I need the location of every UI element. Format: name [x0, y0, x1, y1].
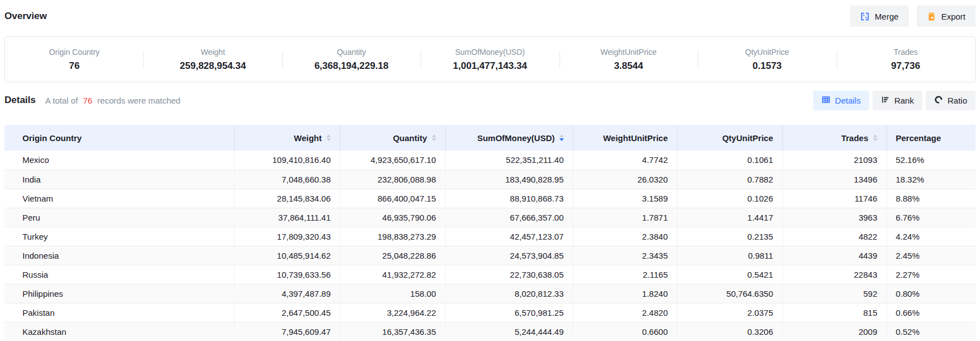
- view-switcher: Details Rank Ratio: [813, 91, 976, 110]
- export-icon: [927, 12, 936, 21]
- cell-percentage: 2.27%: [886, 265, 976, 284]
- cell-weight: 7,048,660.38: [234, 170, 340, 189]
- records-count: 76: [81, 96, 94, 105]
- cell-sum: 6,570,981.25: [445, 303, 573, 322]
- cell-trades: 815: [782, 303, 886, 322]
- cell-quantity: 16,357,436.35: [340, 322, 445, 341]
- cell-qty-unit-price: 0.9811: [677, 246, 782, 265]
- sort-icon[interactable]: [326, 134, 331, 141]
- cell-sum: 24,573,904.85: [445, 246, 573, 265]
- cell-weight: 10,739,633.56: [234, 265, 340, 284]
- tab-ratio[interactable]: Ratio: [926, 91, 976, 110]
- cell-weight: 2,647,500.45: [234, 303, 340, 322]
- cell-weight-unit-price: 4.7742: [573, 151, 677, 170]
- table-row: Turkey 17,809,320.43 198,838,273.29 42,4…: [4, 227, 976, 246]
- cell-trades: 4439: [782, 246, 886, 265]
- stat-label: QtyUnitPrice: [698, 48, 836, 57]
- cell-country: Mexico: [4, 151, 234, 170]
- cell-country: Philippines: [4, 284, 234, 303]
- cell-weight-unit-price: 1.8240: [573, 284, 677, 303]
- cell-percentage: 0.80%: [886, 284, 976, 303]
- stat-sum-of-money: SumOfMoney(USD) 1,001,477,143.34: [421, 45, 559, 74]
- cell-percentage: 2.45%: [886, 246, 976, 265]
- column-header-origin-country: Origin Country: [4, 125, 234, 151]
- cell-trades: 21093: [782, 151, 886, 170]
- column-header-sum-of-money[interactable]: SumOfMoney(USD): [445, 125, 573, 151]
- stat-value: 6,368,194,229.18: [282, 60, 421, 72]
- cell-quantity: 4,923,650,617.10: [340, 151, 445, 170]
- table-row: Pakistan 2,647,500.45 3,224,964.22 6,570…: [4, 303, 976, 322]
- stat-weight: Weight 259,828,954.34: [143, 45, 282, 74]
- cell-sum: 67,666,357.00: [445, 208, 573, 227]
- stat-label: Trades: [837, 48, 975, 57]
- stat-label: Weight: [143, 48, 282, 57]
- cell-quantity: 25,048,228.86: [340, 246, 445, 265]
- column-header-quantity[interactable]: Quantity: [340, 125, 445, 151]
- cell-qty-unit-price: 1.4417: [677, 208, 782, 227]
- table-row: India 7,048,660.38 232,806,088.98 183,49…: [4, 170, 976, 189]
- cell-weight-unit-price: 2.4820: [573, 303, 677, 322]
- details-table: Origin Country Weight Quantity SumOfMone…: [4, 125, 976, 341]
- cell-weight-unit-price: 26.0320: [573, 170, 677, 189]
- cell-percentage: 0.52%: [886, 322, 976, 341]
- cell-trades: 22843: [782, 265, 886, 284]
- tab-details[interactable]: Details: [813, 91, 869, 110]
- stat-value: 0.1573: [698, 60, 836, 72]
- cell-weight: 10,485,914.62: [234, 246, 340, 265]
- table-header-row: Origin Country Weight Quantity SumOfMone…: [4, 125, 976, 151]
- export-button[interactable]: Export: [917, 6, 976, 27]
- stat-weight-unit-price: WeightUnitPrice 3.8544: [559, 45, 698, 74]
- column-header-weight[interactable]: Weight: [234, 125, 340, 151]
- cell-percentage: 6.76%: [886, 208, 976, 227]
- stat-origin-country: Origin Country 76: [5, 45, 143, 74]
- cell-weight-unit-price: 2.3840: [573, 227, 677, 246]
- cell-country: Vietnam: [4, 189, 234, 208]
- cell-trades: 592: [782, 284, 886, 303]
- cell-trades: 13496: [782, 170, 886, 189]
- tab-rank[interactable]: Rank: [872, 91, 922, 110]
- cell-weight-unit-price: 1.7871: [573, 208, 677, 227]
- cell-percentage: 52.16%: [886, 151, 976, 170]
- cell-weight: 109,410,816.40: [234, 151, 340, 170]
- column-header-trades[interactable]: Trades: [782, 125, 886, 151]
- stat-value: 3.8544: [559, 60, 698, 72]
- table-row: Kazakhstan 7,945,609.47 16,357,436.35 5,…: [4, 322, 976, 341]
- sort-icon[interactable]: [873, 134, 878, 141]
- cell-qty-unit-price: 2.0375: [677, 303, 782, 322]
- stat-label: WeightUnitPrice: [559, 48, 698, 57]
- cell-country: Pakistan: [4, 303, 234, 322]
- rank-icon: [881, 95, 890, 106]
- tab-rank-label: Rank: [894, 96, 914, 105]
- cell-sum: 183,490,828.95: [445, 170, 573, 189]
- column-header-weight-unit-price: WeightUnitPrice: [573, 125, 677, 151]
- cell-quantity: 46,935,790.06: [340, 208, 445, 227]
- cell-sum: 88,910,868.73: [445, 189, 573, 208]
- sort-icon-active-desc[interactable]: [559, 134, 564, 141]
- stat-label: SumOfMoney(USD): [421, 48, 559, 57]
- table-row: Mexico 109,410,816.40 4,923,650,617.10 5…: [4, 151, 976, 170]
- table-icon: [822, 95, 830, 106]
- details-bar: Details A total of 76 records were match…: [4, 90, 976, 110]
- merge-button[interactable]: Merge: [850, 6, 909, 27]
- cell-country: Indonesia: [4, 246, 234, 265]
- cell-quantity: 232,806,088.98: [340, 170, 445, 189]
- details-title: Details: [4, 95, 36, 106]
- page-title: Overview: [4, 11, 47, 22]
- cell-weight-unit-price: 3.1589: [573, 189, 677, 208]
- sort-icon[interactable]: [432, 134, 436, 141]
- stat-value: 259,828,954.34: [143, 60, 282, 72]
- stat-label: Origin Country: [5, 48, 143, 57]
- overview-stats-card: Origin Country 76 Weight 259,828,954.34 …: [4, 36, 976, 82]
- cell-quantity: 866,400,047.15: [340, 189, 445, 208]
- table-row: Peru 37,864,111.41 46,935,790.06 67,666,…: [4, 208, 976, 227]
- cell-country: Turkey: [4, 227, 234, 246]
- table-row: Indonesia 10,485,914.62 25,048,228.86 24…: [4, 246, 976, 265]
- cell-sum: 8,020,812.33: [445, 284, 573, 303]
- header-actions: Merge Export: [850, 6, 976, 27]
- tab-ratio-label: Ratio: [948, 96, 967, 105]
- cell-weight: 7,945,609.47: [234, 322, 340, 341]
- stat-value: 1,001,477,143.34: [421, 60, 559, 72]
- records-suffix: records were matched: [97, 96, 180, 105]
- table-row: Philippines 4,397,487.89 158.00 8,020,81…: [4, 284, 976, 303]
- cell-country: Russia: [4, 265, 234, 284]
